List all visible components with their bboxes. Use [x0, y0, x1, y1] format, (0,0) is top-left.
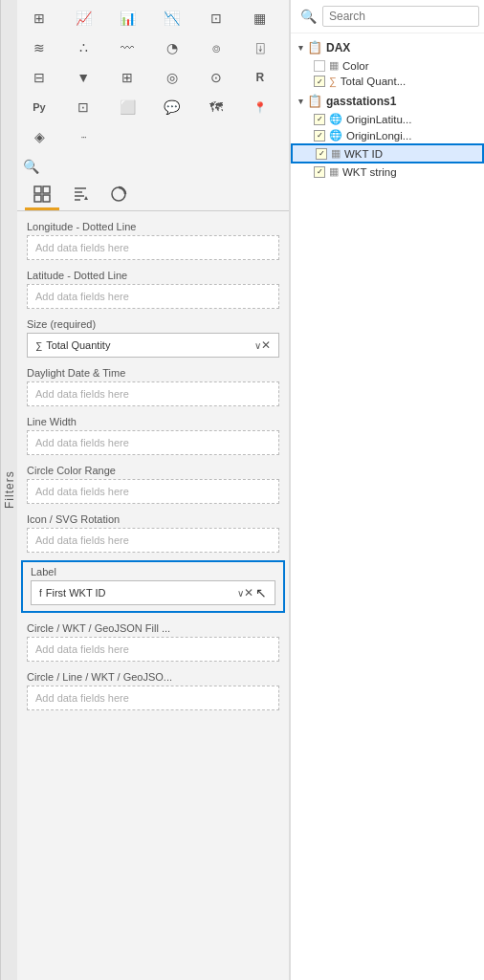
field-label-daylight: Daylight Date & Time — [27, 367, 279, 379]
field-drop-size[interactable]: ∑ Total Quantity ∨ ✕ — [27, 333, 279, 358]
field-section-line-width: Line Width Add data fields here — [17, 410, 289, 459]
color-checkbox[interactable] — [314, 60, 325, 72]
icon-waterfall[interactable]: ≋ — [21, 33, 57, 62]
tree-item-total-quant[interactable]: ∑ Total Quant... — [291, 74, 484, 89]
icon-python[interactable]: Py — [21, 93, 57, 121]
dax-chevron-icon: ▾ — [298, 43, 303, 53]
field-label-circle-line-wkt: Circle / Line / WKT / GeoJSO... — [27, 671, 279, 683]
tree-item-color[interactable]: ▦ Color — [291, 57, 484, 74]
icon-custom[interactable]: 📍 — [242, 93, 278, 121]
field-section-circle-wkt-fill: Circle / WKT / GeoJSON Fill ... Add data… — [17, 617, 289, 665]
total-quant-checkbox[interactable] — [314, 76, 325, 87]
svg-rect-1 — [43, 186, 50, 193]
icon-empty4 — [242, 122, 278, 151]
wkt-id-label: WKT ID — [344, 148, 474, 160]
icon-shape[interactable]: ⬜ — [109, 93, 145, 121]
icon-filter[interactable]: ▼ — [65, 63, 101, 92]
field-drop-latitude-dotted[interactable]: Add data fields here — [27, 284, 279, 309]
icon-gauge[interactable]: ⊙ — [198, 63, 234, 92]
filters-label: Filters — [3, 471, 16, 510]
field-drop-circle-wkt-fill[interactable]: Add data fields here — [27, 637, 279, 662]
icon-map[interactable]: ⊟ — [21, 63, 57, 92]
field-section-latitude-dotted: Latitude - Dotted Line Add data fields h… — [17, 264, 289, 313]
icon-line-chart[interactable]: 📈 — [65, 4, 101, 33]
icon-pie[interactable]: ◔ — [154, 33, 190, 62]
svg-rect-3 — [43, 195, 50, 202]
field-drop-label[interactable]: f First WKT ID ∨ ✕ ↖ — [31, 580, 275, 605]
field-filled-size-content: ∑ Total Quantity — [35, 339, 254, 351]
dax-group-label: DAX — [326, 41, 350, 54]
origin-longi-checkbox[interactable] — [314, 130, 325, 142]
icon-funnel[interactable]: ⌾ — [198, 33, 234, 62]
filters-tab[interactable]: Filters — [0, 0, 17, 980]
field-label-circle-color: Circle Color Range — [27, 465, 279, 476]
field-drop-svg-rotation[interactable]: Add data fields here — [27, 528, 279, 553]
gasstations-chevron-icon: ▾ — [298, 97, 303, 106]
icon-matrix[interactable]: ⊞ — [109, 63, 145, 92]
gasstations-table-icon: 📋 — [307, 94, 322, 108]
field-label-circle-wkt-fill: Circle / WKT / GeoJSON Fill ... — [27, 622, 279, 634]
icon-donut[interactable]: ◎ — [154, 63, 190, 92]
icon-area-chart[interactable]: 📉 — [154, 4, 190, 33]
origin-longi-type-icon: 🌐 — [329, 129, 342, 142]
search-magnifier-icon: 🔍 — [300, 9, 317, 24]
svg-rect-2 — [34, 195, 41, 202]
color-item-label: Color — [342, 60, 476, 72]
icon-r-visual[interactable]: R — [242, 63, 278, 92]
field-section-circle-color: Circle Color Range Add data fields here — [17, 459, 289, 508]
icon-table[interactable]: ⊞ — [21, 4, 57, 33]
tree-item-wkt-string[interactable]: ▦ WKT string — [291, 163, 484, 180]
svg-rect-0 — [34, 186, 41, 193]
field-label-svg-rotation: Icon / SVG Rotation — [27, 513, 279, 525]
tab-format[interactable] — [63, 182, 98, 210]
field-label-line-width: Line Width — [27, 416, 279, 427]
data-tree: ▾ 📋 DAX ▦ Color ∑ Total Quant... ▾ 📋 — [291, 33, 484, 980]
tree-item-origin-latitu[interactable]: 🌐 OriginLatitu... — [291, 111, 484, 127]
size-field-icon: ∑ — [35, 340, 42, 351]
wkt-id-type-icon: ▦ — [331, 147, 341, 160]
tree-group-dax-header[interactable]: ▾ 📋 DAX — [291, 37, 484, 57]
icon-diamond[interactable]: ◈ — [21, 122, 57, 151]
field-section-label: Label f First WKT ID ∨ ✕ ↖ — [21, 560, 285, 613]
icon-combo[interactable]: ⍗ — [242, 33, 278, 62]
label-field-value: First WKT ID — [46, 587, 106, 599]
field-drop-circle-color[interactable]: Add data fields here — [27, 479, 279, 504]
tab-analytics[interactable] — [101, 182, 136, 210]
fields-list: Longitude - Dotted Line Add data fields … — [17, 211, 289, 980]
size-field-remove[interactable]: ✕ — [261, 338, 271, 352]
label-field-icon: f — [39, 588, 42, 599]
origin-latitu-label: OriginLatitu... — [346, 114, 476, 125]
tree-item-wkt-id[interactable]: ▦ WKT ID — [291, 143, 484, 163]
field-section-longitude-dotted: Longitude - Dotted Line Add data fields … — [17, 215, 289, 264]
label-field-chevron[interactable]: ∨ — [237, 588, 244, 599]
label-field-remove[interactable]: ✕ — [244, 586, 253, 599]
icon-empty3 — [198, 122, 234, 151]
tab-fields[interactable] — [25, 182, 59, 210]
tree-item-origin-longi[interactable]: 🌐 OriginLongi... — [291, 127, 484, 143]
icon-empty1 — [109, 122, 145, 151]
field-drop-line-width[interactable]: Add data fields here — [27, 430, 279, 455]
origin-latitu-checkbox[interactable] — [314, 114, 325, 125]
icon-scatter[interactable]: ∴ — [65, 33, 101, 62]
search-small-icon: 🔍 — [23, 159, 39, 174]
field-section-circle-line-wkt: Circle / Line / WKT / GeoJSO... Add data… — [17, 665, 289, 714]
icon-empty2 — [154, 122, 190, 151]
icon-text[interactable]: 💬 — [154, 93, 190, 121]
color-type-icon: ▦ — [329, 59, 339, 72]
icon-wave[interactable]: 〰 — [109, 33, 145, 62]
wkt-string-checkbox[interactable] — [314, 166, 325, 178]
icon-grid: ⊞ 📈 📊 📉 ⊡ ▦ ≋ ∴ 〰 ◔ ⌾ ⍗ ⊟ ▼ ⊞ ◎ ⊙ R Py ⊡… — [17, 0, 289, 155]
search-input[interactable] — [322, 6, 479, 27]
field-drop-circle-line-wkt[interactable]: Add data fields here — [27, 686, 279, 710]
field-drop-daylight[interactable]: Add data fields here — [27, 381, 279, 406]
tree-group-gasstations-header[interactable]: ▾ 📋 gasstations1 — [291, 91, 484, 111]
wkt-id-checkbox[interactable] — [316, 148, 327, 160]
icon-more[interactable]: ··· — [65, 122, 101, 151]
field-drop-longitude-dotted[interactable]: Add data fields here — [27, 235, 279, 260]
icon-stacked-bar[interactable]: ▦ — [242, 4, 278, 33]
icon-grid2[interactable]: ⊡ — [198, 4, 234, 33]
size-field-chevron[interactable]: ∨ — [254, 340, 261, 351]
icon-kpi[interactable]: ⊡ — [65, 93, 101, 121]
icon-geo[interactable]: 🗺 — [198, 93, 234, 121]
icon-bar-chart[interactable]: 📊 — [109, 4, 145, 33]
